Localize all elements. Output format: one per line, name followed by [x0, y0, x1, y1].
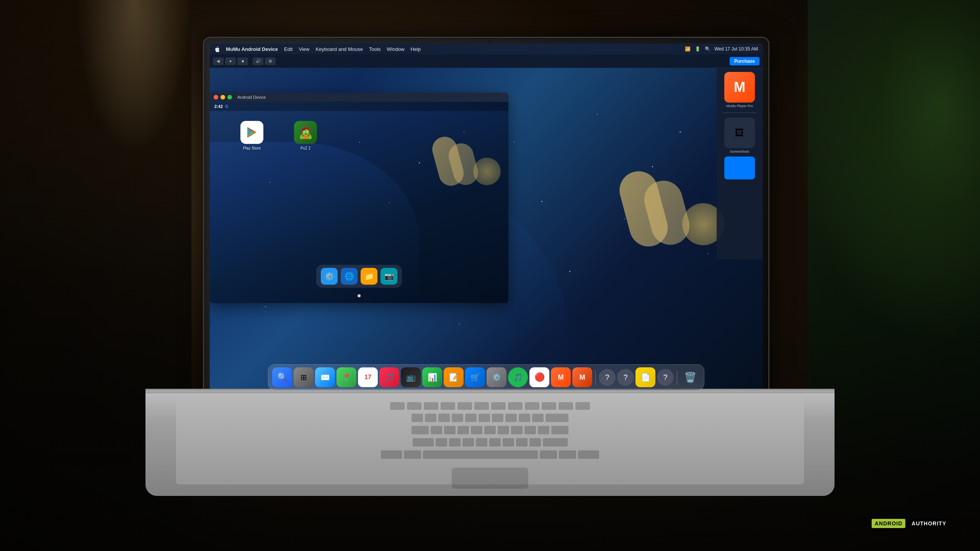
keyboard-rows	[176, 396, 804, 465]
dock-numbers[interactable]: 📊	[422, 367, 442, 387]
android-app-icons: Play Store 🧟	[240, 121, 317, 150]
dock-calendar[interactable]: 17	[358, 367, 378, 387]
macos-desktop[interactable]: MuMu Android Device Edit View Keyboard a…	[210, 44, 763, 393]
laptop-base	[145, 389, 835, 496]
dock-help1[interactable]: ?	[599, 369, 616, 386]
keyboard-row-2	[184, 414, 796, 422]
close-button[interactable]	[214, 95, 218, 99]
dock-trash[interactable]: 🗑️	[680, 367, 700, 387]
android-time: 2:42	[214, 104, 223, 109]
mumu-toolbar: ◀ ● ■ 🔊 ⊞ Purchase	[210, 54, 763, 68]
laptop: MuMu Android Device Edit View Keyboard a…	[145, 37, 835, 496]
panel-screenshots[interactable]: 🖼 Screenshots	[722, 117, 757, 153]
mumu-panel-label: MuMu Player Pro	[726, 104, 753, 108]
dock-mumu1[interactable]: M	[551, 367, 571, 387]
toolbar-back-btn[interactable]: ◀	[213, 57, 224, 65]
dock-mumu2[interactable]: M	[572, 367, 592, 387]
app-name-menu[interactable]: MuMu Android Device	[226, 46, 278, 52]
fullscreen-button[interactable]	[227, 95, 232, 99]
play-store-svg	[245, 126, 259, 139]
keyboard-row-spacebar	[184, 450, 796, 459]
watermark: ANDROID AUTHORITY	[872, 519, 949, 528]
screenshots-label: Screenshots	[730, 150, 749, 153]
keyboard-row-3	[184, 426, 796, 434]
dock-spotify[interactable]: 🎵	[508, 367, 528, 387]
dock-notes[interactable]: 📄	[635, 367, 655, 387]
keyboard-row-4	[184, 438, 796, 447]
dock-separator-2	[677, 370, 677, 385]
trackpad[interactable]	[452, 468, 528, 489]
watermark-android-text: ANDROID	[872, 519, 905, 528]
battery-icon: 🔋	[694, 46, 701, 52]
play-store-app[interactable]: Play Store	[240, 121, 263, 150]
android-settings-icon[interactable]: ⚙️	[321, 268, 338, 285]
purchase-button[interactable]: Purchase	[730, 57, 760, 65]
menu-window[interactable]: Window	[387, 46, 404, 52]
apple-icon[interactable]	[214, 46, 220, 52]
search-icon[interactable]: 🔍	[704, 46, 710, 52]
android-google: G	[225, 104, 229, 109]
play-store-label: Play Store	[243, 146, 261, 150]
dock-pages[interactable]: 📝	[444, 367, 464, 387]
android-screen[interactable]: 2:42 G	[210, 102, 508, 303]
menu-tools[interactable]: Tools	[369, 46, 381, 52]
panel-divider	[723, 112, 756, 113]
android-page-indicator	[358, 294, 361, 297]
laptop-keyboard	[176, 396, 804, 484]
watermark-authority-text: AUTHORITY	[908, 519, 949, 528]
right-panel: M MuMu Player Pro 🖼 Screenshots	[717, 68, 763, 259]
toolbar-btn-3[interactable]: ■	[237, 57, 248, 65]
android-files-icon[interactable]: 📁	[361, 268, 377, 285]
mac-menubar: MuMu Android Device Edit View Keyboard a…	[210, 44, 763, 54]
dock-maps[interactable]: 📍	[336, 367, 356, 387]
menubar-datetime: Wed 17 Jul 10:35 AM	[714, 46, 758, 52]
android-window[interactable]: Android Device	[210, 93, 508, 303]
menu-view[interactable]: View	[299, 46, 309, 52]
dock-help3[interactable]: ?	[657, 369, 674, 386]
keyboard-row-1	[184, 402, 796, 410]
android-mumu-logo	[432, 137, 501, 187]
dock-chrome[interactable]: 🔴	[529, 367, 549, 387]
android-statusbar: 2:42 G	[210, 102, 508, 111]
dock-finder[interactable]: 🔍	[272, 367, 292, 387]
android-browser-icon[interactable]: 🌐	[341, 268, 358, 285]
menubar-right: 📶 🔋 🔍 Wed 17 Jul 10:35 AM	[684, 46, 758, 52]
laptop-screen-outer: MuMu Android Device Edit View Keyboard a…	[203, 37, 769, 400]
toolbar-controls: ◀ ● ■	[213, 57, 248, 65]
dock-help2[interactable]: ?	[617, 369, 634, 386]
window-title: Android Device	[237, 95, 266, 99]
dock-launchpad[interactable]: ⊞	[294, 367, 314, 387]
dock-sysprefs[interactable]: ⚙️	[487, 367, 506, 387]
wifi-icon: 📶	[684, 46, 691, 52]
pvz2-label: PvZ 2	[301, 146, 310, 150]
pvz2-app[interactable]: 🧟 PvZ 2	[294, 121, 317, 150]
menubar-left: MuMu Android Device Edit View Keyboard a…	[214, 46, 421, 52]
dock-music[interactable]: 🎵	[379, 367, 399, 387]
android-dock: ⚙️ 🌐 📁 📷	[316, 265, 402, 288]
android-titlebar: Android Device	[210, 93, 508, 102]
menu-edit[interactable]: Edit	[284, 46, 292, 52]
menu-help[interactable]: Help	[411, 46, 421, 52]
android-camera-icon[interactable]: 📷	[381, 268, 397, 285]
dock-appstore[interactable]: 🛒	[465, 367, 485, 387]
toolbar-btn-2[interactable]: ●	[225, 57, 236, 65]
camera-notch	[488, 40, 492, 44]
play-store-icon[interactable]	[240, 121, 263, 144]
pvz2-icon[interactable]: 🧟	[294, 121, 317, 144]
toolbar-volume-btn[interactable]: 🔊	[253, 57, 263, 65]
main-content-area: Android Device	[210, 68, 717, 355]
dock-tv[interactable]: 📺	[401, 367, 421, 387]
toolbar-fullscreen-btn[interactable]: ⊞	[265, 57, 276, 65]
dock-mail[interactable]: ✉️	[315, 367, 335, 387]
dock-separator	[595, 370, 596, 385]
mumu-panel-icon[interactable]: M	[724, 72, 755, 103]
minimize-button[interactable]	[220, 95, 225, 99]
panel-folder[interactable]	[724, 156, 755, 179]
mac-dock: 🔍 ⊞ ✉️ 📍 17	[268, 364, 704, 390]
panel-mumu-icon[interactable]: M MuMu Player Pro	[722, 72, 757, 108]
menu-keyboard-mouse[interactable]: Keyboard and Mouse	[315, 46, 363, 52]
screenshots-icon[interactable]: 🖼	[724, 117, 755, 148]
screen-bezel: MuMu Android Device Edit View Keyboard a…	[210, 44, 763, 393]
